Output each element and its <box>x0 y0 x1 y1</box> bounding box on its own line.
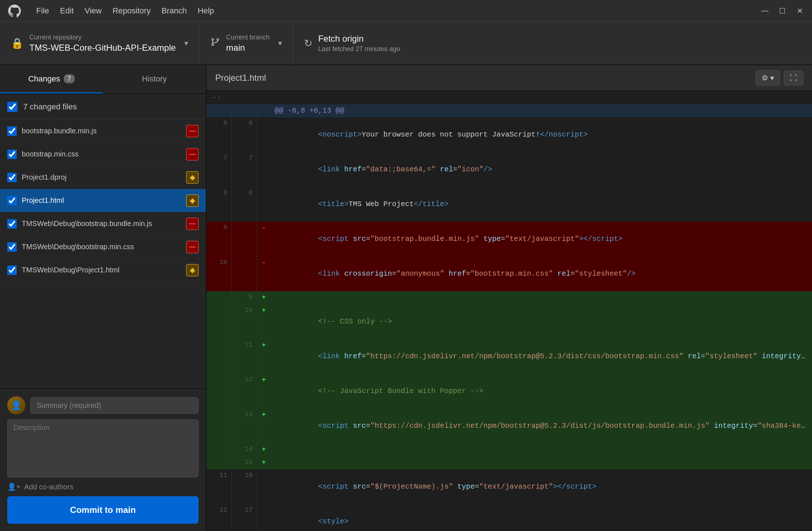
current-repo-section[interactable]: 🔒 Current repository TMS-WEB-Core-GitHub… <box>0 22 199 64</box>
file-item-2[interactable]: Project1.dproj ◈ <box>0 166 206 189</box>
commit-area: 👤 👤+ Add co-authors Commit to main <box>0 388 206 531</box>
file-checkbox-6[interactable] <box>7 266 17 275</box>
diff-settings-button[interactable]: ⚙ ▾ <box>755 70 780 85</box>
diff-line-0: 6 6 <noscript>Your browser does not supp… <box>207 117 812 152</box>
file-item-6[interactable]: TMSWeb\Debug\Project1.html ◈ <box>0 259 206 282</box>
marker-2 <box>257 187 270 222</box>
diff-line-9: 13 + <script src="https://cdn.jsdelivr.n… <box>207 409 812 443</box>
marker-3: - <box>257 222 270 256</box>
diff-content[interactable]: ⋯ ↕ @@ -6,8 +6,13 @@ 6 6 <noscript>Your … <box>207 91 812 531</box>
marker-9: + <box>257 409 270 443</box>
diff-line-6: 10 + <!-- CSS only --> <box>207 304 812 339</box>
sidebar-tabs: Changes 7 History <box>0 65 206 94</box>
file-name-3: Project1.html <box>22 196 181 205</box>
diff-expand-button[interactable]: ⛶ <box>784 71 803 85</box>
description-input[interactable] <box>7 419 199 477</box>
branch-text: Current branch main <box>226 34 270 53</box>
diff-line-7: 11 + <link href="https://cdn.jsdelivr.ne… <box>207 339 812 374</box>
gutter-new-10: 14 <box>232 443 257 456</box>
gutter-old-11 <box>207 456 232 469</box>
gutter-new-1: 7 <box>232 152 257 187</box>
file-item-0[interactable]: bootstrap.bundle.min.js — <box>0 120 206 143</box>
changes-tab-label: Changes <box>28 74 60 84</box>
diff-gutter-new <box>232 104 257 117</box>
github-logo-icon <box>7 4 22 18</box>
code-4: <link crossorigin="anonymous" href="boot… <box>270 256 812 291</box>
gutter-old-9 <box>207 409 232 443</box>
diff-header: Project1.html ⚙ ▾ ⛶ <box>207 65 812 91</box>
avatar-image: 👤 <box>7 396 25 414</box>
commit-button[interactable]: Commit to main <box>7 496 199 524</box>
current-branch-section[interactable]: Current branch main ▾ <box>199 22 293 64</box>
close-button[interactable]: ✕ <box>795 6 805 16</box>
avatar: 👤 <box>7 396 25 414</box>
fetch-text: Fetch origin Last fetched 27 minutes ago <box>318 34 400 53</box>
svg-point-2 <box>212 43 214 45</box>
marker-0 <box>257 117 270 152</box>
code-9: <script src="https://cdn.jsdelivr.net/np… <box>270 409 812 443</box>
gutter-old-5 <box>207 291 232 304</box>
code-2: <title>TMS Web Project</title> <box>270 187 812 222</box>
history-tab-label: History <box>142 74 167 84</box>
file-badge-4: — <box>186 218 199 230</box>
coauthors-row[interactable]: 👤+ Add co-authors <box>7 482 199 491</box>
diff-line-10: 14 + <box>207 443 812 456</box>
marker-12 <box>257 469 270 504</box>
diff-line-5: 9 + <box>207 291 812 304</box>
file-checkbox-4[interactable] <box>7 219 17 229</box>
menu-edit[interactable]: Edit <box>60 6 74 16</box>
file-badge-1: — <box>186 148 199 160</box>
gutter-old-0: 6 <box>207 117 232 152</box>
branch-label: Current branch <box>226 34 270 41</box>
fetch-origin-section[interactable]: ↻ Fetch origin Last fetched 27 minutes a… <box>293 22 411 64</box>
file-list: bootstrap.bundle.min.js — bootstrap.min.… <box>0 120 206 388</box>
coauthors-label: Add co-authors <box>24 483 74 491</box>
menu-view[interactable]: View <box>84 6 101 16</box>
summary-input[interactable] <box>30 397 199 414</box>
gutter-old-1: 7 <box>207 152 232 187</box>
file-checkbox-5[interactable] <box>7 242 17 252</box>
file-name-1: bootstrap.min.css <box>22 150 181 158</box>
repo-text: Current repository TMS-WEB-Core-GitHub-A… <box>29 34 176 53</box>
minimize-button[interactable]: — <box>760 6 770 16</box>
file-badge-3: ◈ <box>186 195 199 207</box>
gutter-new-5: 9 <box>232 291 257 304</box>
diff-gutter-old <box>207 104 232 117</box>
file-item-1[interactable]: bootstrap.min.css — <box>0 143 206 166</box>
maximize-button[interactable]: ☐ <box>777 6 787 16</box>
code-11 <box>270 456 812 469</box>
lock-icon: 🔒 <box>11 37 24 49</box>
gutter-new-11: 15 <box>232 456 257 469</box>
select-all-checkbox[interactable] <box>7 102 17 112</box>
file-badge-2: ◈ <box>186 171 199 184</box>
gutter-new-7: 11 <box>232 339 257 374</box>
file-checkbox-0[interactable] <box>7 126 17 136</box>
content-area: Changes 7 History 7 changed files bootst… <box>0 65 812 531</box>
tab-history[interactable]: History <box>103 65 206 93</box>
diff-line-13: 12 17 <style> <box>207 504 812 531</box>
tab-changes[interactable]: Changes 7 <box>0 65 103 93</box>
diff-dots-top: ⋯ ↕ <box>207 91 812 104</box>
file-checkbox-3[interactable] <box>7 196 17 205</box>
gutter-old-6 <box>207 304 232 339</box>
menu-help[interactable]: Help <box>198 6 214 16</box>
marker-6: + <box>257 304 270 339</box>
file-item-3[interactable]: Project1.html ◈ <box>0 189 206 212</box>
marker-11: + <box>257 456 270 469</box>
file-name-6: TMSWeb\Debug\Project1.html <box>22 266 181 274</box>
marker-8: + <box>257 374 270 409</box>
file-checkbox-2[interactable] <box>7 173 17 182</box>
file-item-5[interactable]: TMSWeb\Debug\bootstrap.min.css — <box>0 235 206 259</box>
marker-5: + <box>257 291 270 304</box>
gutter-old-8 <box>207 374 232 409</box>
diff-line-2: 8 8 <title>TMS Web Project</title> <box>207 187 812 222</box>
diff-line-8: 12 + <!-- JavaScript Bundle with Popper … <box>207 374 812 409</box>
code-13: <style> <box>270 504 812 531</box>
file-item-4[interactable]: TMSWeb\Debug\bootstrap.bundle.min.js — <box>0 212 206 235</box>
file-checkbox-1[interactable] <box>7 150 17 159</box>
menu-repository[interactable]: Repository <box>113 6 151 16</box>
titlebar: File Edit View Repository Branch Help — … <box>0 0 812 22</box>
menu-file[interactable]: File <box>36 6 49 16</box>
menu-branch[interactable]: Branch <box>162 6 187 16</box>
gutter-new-6: 10 <box>232 304 257 339</box>
